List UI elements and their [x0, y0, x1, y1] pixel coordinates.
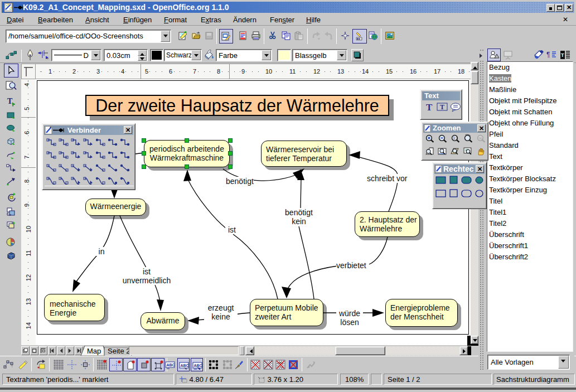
svg-text:¶: ¶: [546, 51, 550, 59]
svg-text:ABC: ABC: [167, 363, 175, 367]
svg-text:ABC: ABC: [181, 364, 189, 367]
svg-text:T: T: [561, 52, 564, 58]
svg-text:T: T: [7, 97, 13, 105]
svg-text:ABC: ABC: [194, 364, 202, 367]
